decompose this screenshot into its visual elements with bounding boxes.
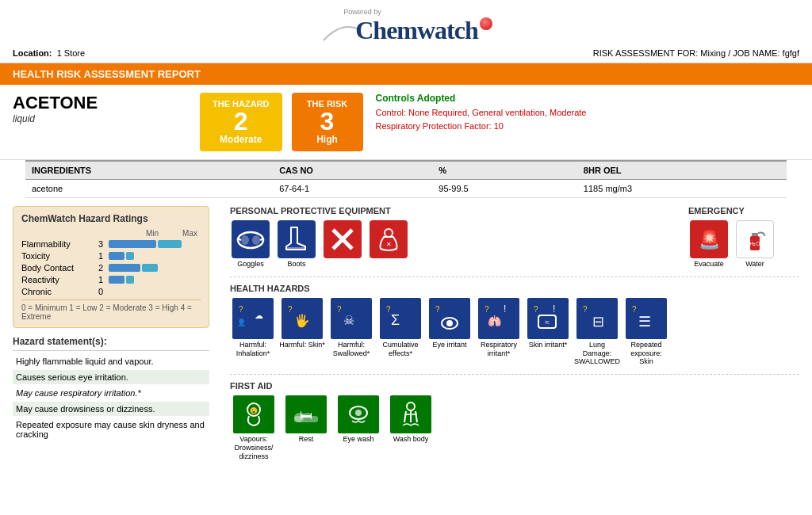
chemical-name-block: ACETONE liquid xyxy=(13,93,187,151)
skin-irritant-icon: ? ! ≈ xyxy=(530,301,565,336)
risk-badge: THE RISK 3 High xyxy=(292,93,363,151)
svg-text:!: ! xyxy=(504,303,506,315)
swallowed-icon: ? ☠ xyxy=(334,301,369,336)
ppe-boots: Boots xyxy=(276,220,317,269)
hazard-number: 2 xyxy=(213,109,270,134)
svg-text:?: ? xyxy=(337,305,342,314)
washbody-icon xyxy=(395,399,427,430)
hh-skin-irritant: ? ! ≈ Skin irritant* xyxy=(525,298,571,366)
hh-swallowed-box: ? ☠ xyxy=(331,298,372,339)
ppe-goggles: Goggles xyxy=(230,220,271,269)
hazard-badge: THE HAZARD 2 Moderate xyxy=(200,93,282,151)
location-info: Location: 1 Store xyxy=(13,48,85,58)
svg-text:🫁: 🫁 xyxy=(488,315,502,328)
hh-swallowed: ? ☠ Harmful: Swallowed* xyxy=(328,298,374,366)
hazard-statements: Hazard statement(s): Highly flammable li… xyxy=(13,336,209,441)
goggles-icon-box xyxy=(232,220,270,258)
hh-eye-label: Eye irritant xyxy=(432,341,466,349)
svg-point-44 xyxy=(407,402,415,410)
rating-row: Reactivity 1 xyxy=(21,275,201,284)
svg-text:☰: ☰ xyxy=(638,314,651,330)
hh-inhalation: ? 👤 ☁ Harmful: Inhalation* xyxy=(230,298,276,366)
controls-title: Controls Adopted xyxy=(376,93,800,104)
hh-respiratory: ? ! 🫁 Respiratory irritant* xyxy=(476,298,522,366)
svg-text:👤: 👤 xyxy=(237,318,247,327)
water-icon-box: H₂O xyxy=(736,220,774,258)
fa-vapours-label: Vapours: Drowsiness/ dizziness xyxy=(230,435,278,460)
svg-text:?: ? xyxy=(435,305,440,314)
fa-rest: 🛏 Rest xyxy=(282,395,330,460)
boots-icon xyxy=(283,224,310,254)
orange-title-bar: HEALTH RISK ASSESSMENT REPORT xyxy=(0,63,812,85)
chemical-icon-box: ✕ xyxy=(370,220,408,258)
hh-cumulative: ? Σ Cumulative effects* xyxy=(377,298,423,366)
emergency-icons: 🚨 Evacuate H₂O xyxy=(688,220,799,269)
goggles-icon xyxy=(236,224,266,254)
fa-vapours: 😮 Vapours: Drowsiness/ dizziness xyxy=(230,395,278,460)
eye-icon: ? xyxy=(432,301,467,336)
rating-bar-min xyxy=(109,264,140,272)
hazard-statement: Repeated exposure may cause skin dryness… xyxy=(13,418,209,441)
vapours-icon: 😮 xyxy=(238,399,270,430)
badges-row: THE HAZARD 2 Moderate THE RISK 3 High xyxy=(200,93,363,151)
emergency-title: EMERGENCY xyxy=(688,206,799,216)
hazard-sublabel: Moderate xyxy=(213,134,270,145)
evacuate-icon-box: 🚨 xyxy=(690,220,728,258)
hh-inhalation-label: Harmful: Inhalation* xyxy=(230,341,276,358)
hazard-statements-title: Hazard statement(s): xyxy=(13,336,209,351)
risk-number: 3 xyxy=(304,109,350,134)
repeated-icon: ? ☰ xyxy=(629,301,664,336)
hazard-statements-list: Highly flammable liquid and vapour.Cause… xyxy=(13,354,209,441)
rating-bar-min xyxy=(109,276,124,284)
hh-lung: ? ⊟ Lung Damage: SWALLOWED xyxy=(574,298,620,366)
col-cas: CAS NO xyxy=(273,161,432,180)
svg-point-2 xyxy=(252,235,260,245)
evacuate-icon: 🚨 xyxy=(695,225,723,254)
rating-bar-min xyxy=(109,252,124,260)
svg-text:✕: ✕ xyxy=(386,241,392,248)
hazard-statement: Highly flammable liquid and vapour. xyxy=(13,354,209,368)
risk-assessment-info: RISK ASSESSMENT FOR: Mixing / JOB NAME: … xyxy=(593,48,799,58)
hh-repeated-label: Repeated exposure: Skin xyxy=(623,341,669,366)
ppe-icons: Goggles Boots xyxy=(230,220,672,269)
ppe-no-cross xyxy=(322,220,363,269)
svg-text:Σ: Σ xyxy=(391,312,400,328)
hh-repeated-box: ? ☰ xyxy=(626,298,667,339)
hh-inhalation-box: ? 👤 ☁ xyxy=(232,298,274,339)
col-ingredients: INGREDIENTS xyxy=(25,161,273,180)
rest-icon: 🛏 xyxy=(290,399,322,430)
rating-bar-min xyxy=(109,240,156,248)
hazard-ratings-title: ChemWatch Hazard Ratings xyxy=(21,213,201,224)
hh-respiratory-box: ? ! 🫁 xyxy=(478,298,519,339)
logo-ball-icon xyxy=(480,17,492,30)
chemical-info-section: ACETONE liquid THE HAZARD 2 Moderate THE… xyxy=(0,85,812,160)
lung-icon: ? ⊟ xyxy=(580,301,615,336)
rating-bar-max xyxy=(142,264,158,272)
water-label: Water xyxy=(745,260,764,269)
hh-skin-irritant-box: ? ! ≈ xyxy=(527,298,569,339)
health-hazard-icons: ? 👤 ☁ Harmful: Inhalation* ? 🖐 xyxy=(230,298,799,366)
rating-row: Flammability 3 xyxy=(21,239,201,249)
svg-text:🚨: 🚨 xyxy=(699,229,721,250)
fa-washbody: Wash body xyxy=(387,395,435,460)
hh-skin-label: Harmful: Skin* xyxy=(279,341,325,349)
svg-text:?: ? xyxy=(632,305,637,314)
svg-text:?: ? xyxy=(534,305,538,314)
emg-water: H₂O Water xyxy=(734,220,776,269)
goggles-label: Goggles xyxy=(237,260,264,269)
chemical-icon: ✕ xyxy=(374,225,403,254)
svg-text:⊟: ⊟ xyxy=(592,314,604,330)
ppe-emergency-row: PERSONAL PROTECTIVE EQUIPMENT xyxy=(230,206,799,269)
rating-row: Toxicity 1 xyxy=(21,251,201,261)
fa-rest-label: Rest xyxy=(299,435,314,444)
svg-point-8 xyxy=(385,229,393,237)
hh-eye: ? Eye irritant xyxy=(427,298,473,366)
hh-skin-irritant-label: Skin irritant* xyxy=(529,341,568,349)
hh-lung-box: ? ⊟ xyxy=(576,298,618,339)
hazard-statement: May cause drowsiness or dizziness. xyxy=(13,402,209,416)
hh-skin-box: ? 🖐 xyxy=(282,298,323,339)
emergency-section: EMERGENCY 🚨 Evacuate xyxy=(688,206,799,269)
hh-skin: ? 🖐 Harmful: Skin* xyxy=(279,298,325,366)
svg-text:?: ? xyxy=(239,305,243,314)
svg-point-43 xyxy=(355,410,362,416)
